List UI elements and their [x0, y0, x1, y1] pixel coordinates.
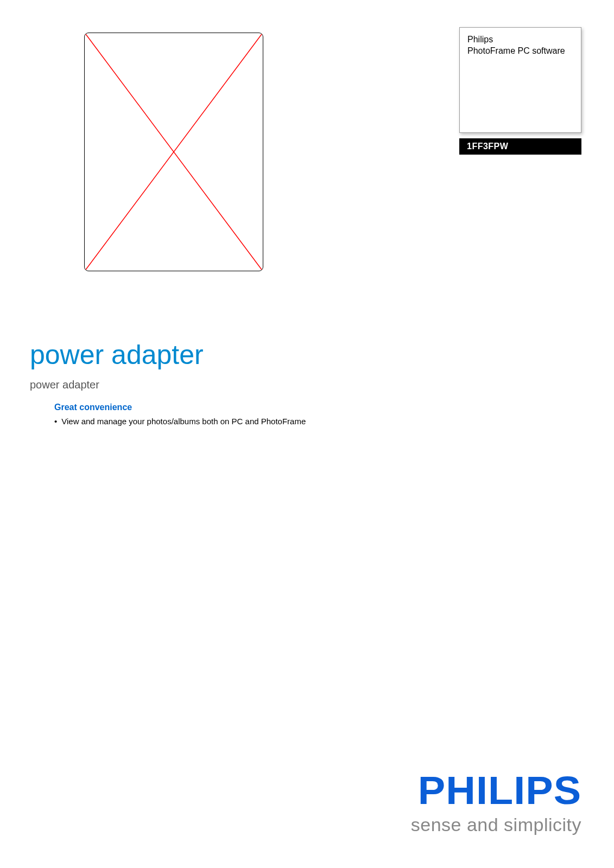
page-title: power adapter: [30, 339, 204, 371]
tagline-and: and: [467, 814, 498, 835]
feature-item: View and manage your photos/albums both …: [54, 416, 306, 427]
page-subtitle: power adapter: [30, 379, 99, 391]
features-section: Great convenience View and manage your p…: [54, 403, 306, 427]
tagline: sense and simplicity: [411, 814, 581, 835]
philips-logo: PHILIPS: [402, 771, 581, 810]
product-info-box: Philips PhotoFrame PC software: [459, 27, 581, 133]
model-number-bar: 1FF3FPW: [459, 138, 581, 155]
missing-image-icon: [85, 33, 263, 271]
product-label: PhotoFrame PC software: [467, 46, 573, 57]
brand-label: Philips: [467, 34, 573, 46]
footer: PHILIPS sense and simplicity: [411, 771, 581, 835]
tagline-simplicity: simplicity: [498, 814, 581, 835]
product-image-placeholder: [84, 33, 263, 271]
tagline-sense: sense: [411, 814, 467, 835]
feature-heading: Great convenience: [54, 403, 306, 412]
